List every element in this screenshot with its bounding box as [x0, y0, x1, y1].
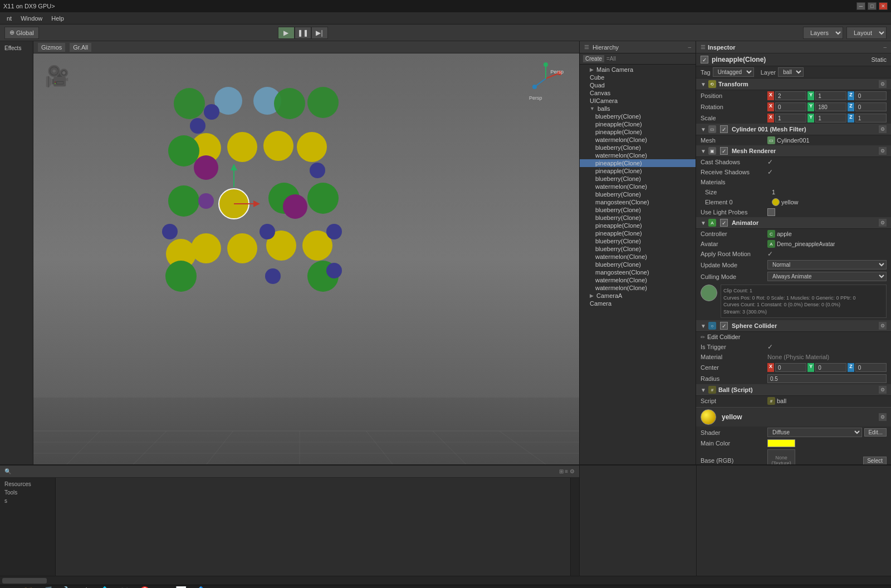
edit-collider-btn[interactable]: Edit Collider: [707, 334, 740, 340]
tools-item[interactable]: Tools: [2, 488, 53, 497]
sphere-collider-settings-btn[interactable]: ⚙: [879, 322, 887, 330]
animator-checkbox[interactable]: ✓: [720, 219, 728, 227]
h-item-camera[interactable]: Camera: [580, 300, 696, 307]
mesh-filter-section-header[interactable]: ▼ ▭ ✓ Cylinder 001 (Mesh Filter) ⚙: [696, 124, 891, 135]
h-item-blueberry1[interactable]: blueberry(Clone): [580, 112, 696, 120]
animator-section-header[interactable]: ▼ A ✓ Animator ⚙: [696, 217, 891, 229]
ball-script-settings-btn[interactable]: ⚙: [879, 386, 887, 394]
h-item-pineapple4[interactable]: pineapple(Clone): [580, 222, 696, 229]
texture-slot[interactable]: None(Texture): [767, 449, 795, 464]
create-btn[interactable]: Create: [583, 55, 604, 62]
menu-help[interactable]: Help: [47, 14, 68, 23]
main-color-swatch[interactable]: [767, 439, 795, 447]
h-item-watermelon1[interactable]: watermelon(Clone): [580, 136, 696, 144]
bottom-hscrollbar[interactable]: [0, 576, 891, 585]
h-item-blueberry9[interactable]: blueberry(Clone): [580, 261, 696, 268]
update-mode-dropdown[interactable]: Normal: [767, 260, 887, 270]
hierarchy-close[interactable]: –: [688, 44, 691, 50]
h-item-pineapple2[interactable]: pineapple(Clone): [580, 128, 696, 136]
position-x[interactable]: [775, 91, 806, 100]
h-item-blueberry5[interactable]: blueberry(Clone): [580, 206, 696, 214]
h-item-blueberry8[interactable]: blueberry(Clone): [580, 245, 696, 253]
animator-settings-btn[interactable]: ⚙: [879, 219, 887, 227]
rotation-z[interactable]: [855, 102, 887, 111]
scale-z[interactable]: [855, 114, 887, 122]
h-item-mangosteen2[interactable]: mangosteen(Clone): [580, 268, 696, 276]
mesh-filter-settings-btn[interactable]: ⚙: [879, 125, 887, 133]
object-enabled-checkbox[interactable]: ✓: [701, 56, 708, 63]
h-item-watermelon2[interactable]: watermelon(Clone): [580, 151, 696, 159]
minimize-btn[interactable]: ─: [856, 2, 865, 10]
bottom-scrollbar-v[interactable]: [570, 478, 579, 576]
mesh-renderer-checkbox[interactable]: ✓: [720, 147, 728, 155]
layer-dropdown[interactable]: ball: [778, 67, 804, 77]
h-item-watermelon3[interactable]: watermelon(Clone): [580, 183, 696, 190]
effects-item[interactable]: Effects: [0, 43, 33, 53]
s-item[interactable]: s: [2, 497, 53, 505]
taskbar-icon-5[interactable]: ⚙: [82, 586, 90, 588]
texture-select-btn[interactable]: Select: [863, 457, 887, 464]
mesh-filter-checkbox[interactable]: ✓: [720, 125, 728, 133]
gr-all-btn[interactable]: Gr.All: [70, 43, 91, 52]
h-item-uicamera[interactable]: UICamera: [580, 97, 696, 105]
radius-value[interactable]: [767, 374, 887, 383]
shader-edit-btn[interactable]: Edit...: [864, 428, 887, 437]
taskbar-icon-7[interactable]: 🎮: [119, 586, 130, 588]
use-light-probes-checkbox[interactable]: [767, 208, 775, 216]
taskbar-icon-8[interactable]: 🎯: [139, 586, 150, 588]
h-item-pineapple3[interactable]: pineapple(Clone): [580, 167, 696, 175]
center-x[interactable]: [775, 363, 806, 372]
h-item-cube[interactable]: Cube: [580, 74, 696, 81]
bottom-main[interactable]: [56, 478, 570, 576]
h-item-watermelon5[interactable]: watermelon(Clone): [580, 276, 696, 284]
tag-dropdown[interactable]: Untagged: [713, 67, 754, 77]
taskbar-icon-1[interactable]: 🖥: [4, 586, 13, 589]
gizmos-btn[interactable]: Gizmos: [38, 43, 65, 52]
sphere-collider-checkbox[interactable]: ✓: [720, 322, 728, 330]
inspector-close[interactable]: –: [883, 44, 887, 50]
position-z[interactable]: [855, 91, 887, 100]
h-item-balls[interactable]: ▼balls: [580, 105, 696, 112]
h-item-blueberry4[interactable]: blueberry(Clone): [580, 190, 696, 198]
mesh-renderer-settings-btn[interactable]: ⚙: [879, 147, 887, 155]
h-item-pineapple1[interactable]: pineapple(Clone): [580, 120, 696, 128]
hscroll-thumb[interactable]: [2, 578, 47, 584]
material-settings-btn[interactable]: ⚙: [879, 413, 887, 421]
scale-x[interactable]: [775, 114, 806, 122]
h-item-pineapple5[interactable]: pineapple(Clone): [580, 229, 696, 237]
transform-section-header[interactable]: ▼ ⟲ Transform ⚙: [696, 79, 891, 90]
taskbar-icon-11[interactable]: 🔷: [195, 586, 207, 588]
pause-btn[interactable]: ❚❚: [295, 27, 311, 39]
mesh-renderer-section-header[interactable]: ▼ ▣ ✓ Mesh Renderer ⚙: [696, 145, 891, 157]
resources-item[interactable]: Resources: [2, 480, 53, 488]
ball-script-section-header[interactable]: ▼ # Ball (Script) ⚙: [696, 384, 891, 396]
layout-dropdown[interactable]: Layout: [846, 27, 887, 39]
taskbar-icon-2[interactable]: 📁: [22, 586, 33, 588]
rotation-x[interactable]: [775, 102, 806, 111]
h-item-watermelon6[interactable]: watermelon(Clone): [580, 284, 696, 292]
taskbar-icon-3[interactable]: 🎵: [42, 586, 53, 588]
layers-dropdown[interactable]: Layers: [803, 27, 843, 39]
h-item-canvas[interactable]: Canvas: [580, 89, 696, 97]
scale-y[interactable]: [815, 114, 846, 122]
scene-canvas[interactable]: 🎥 Persp Persp Persp: [33, 53, 579, 464]
h-item-mangosteen1[interactable]: mangosteen(Clone): [580, 198, 696, 206]
h-item-quad[interactable]: Quad: [580, 81, 696, 89]
rotation-y[interactable]: [815, 102, 846, 111]
h-item-pineapple-selected[interactable]: pineapple(Clone): [580, 159, 696, 167]
step-btn[interactable]: ▶|: [311, 27, 328, 39]
shader-dropdown[interactable]: Diffuse: [767, 428, 862, 437]
h-item-blueberry7[interactable]: blueberry(Clone): [580, 237, 696, 245]
h-item-watermelon4[interactable]: watermelon(Clone): [580, 253, 696, 261]
close-btn[interactable]: ✕: [879, 2, 888, 10]
position-y[interactable]: [815, 91, 846, 100]
inspector-scroll[interactable]: ✓ pineapple(Clone) Static Tag Untagged L…: [696, 53, 891, 464]
h-item-blueberry3[interactable]: blueberry(Clone): [580, 175, 696, 183]
menu-window[interactable]: Window: [16, 14, 47, 23]
culling-mode-dropdown[interactable]: Always Animate: [767, 272, 887, 281]
center-y[interactable]: [815, 363, 846, 372]
menu-nt[interactable]: nt: [2, 14, 16, 23]
transform-settings-btn[interactable]: ⚙: [879, 80, 887, 88]
taskbar-icon-10[interactable]: 📊: [175, 586, 187, 588]
sphere-collider-section-header[interactable]: ▼ ○ ✓ Sphere Collider ⚙: [696, 320, 891, 332]
